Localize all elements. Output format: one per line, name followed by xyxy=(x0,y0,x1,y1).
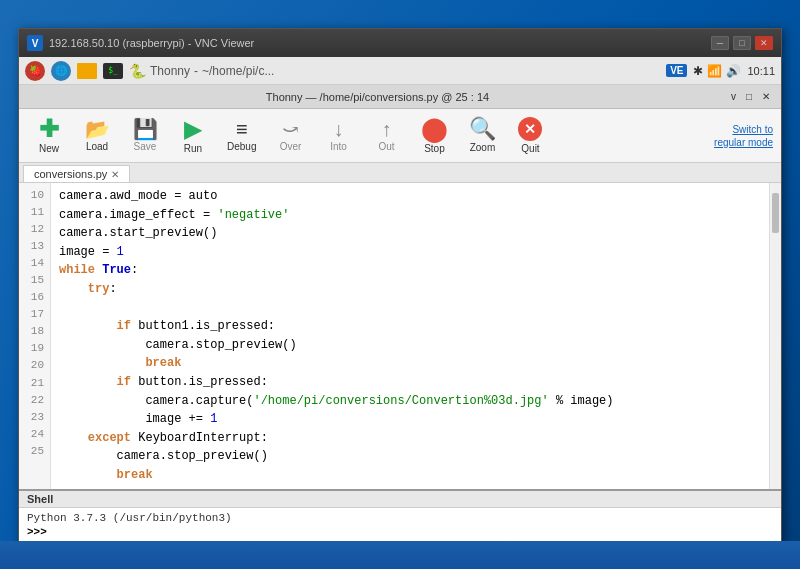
debug-button[interactable]: ≡ Debug xyxy=(219,115,264,156)
editor-scrollbar[interactable] xyxy=(769,183,781,489)
volume-icon: 🔊 xyxy=(726,64,741,78)
thonny-taskbar-item[interactable]: 🐍 Thonny - ~/home/pi/c... xyxy=(129,63,274,79)
vnc-maximize-button[interactable]: □ xyxy=(733,36,751,50)
shell-python-version: Python 3.7.3 (/usr/bin/python3) xyxy=(27,512,773,524)
run-label: Run xyxy=(184,143,202,154)
vnc-minimize-button[interactable]: ─ xyxy=(711,36,729,50)
system-clock: 10:11 xyxy=(747,65,775,77)
thonny-inner-titlebar: Thonny — /home/pi/conversions.py @ 25 : … xyxy=(19,85,781,109)
editor-area: conversions.py ✕ 10 11 12 13 14 15 16 17 xyxy=(19,163,781,489)
save-button[interactable]: 💾 Save xyxy=(123,115,167,156)
vnc-window-title: 192.168.50.10 (raspberrypi) - VNC Viewer xyxy=(49,37,711,49)
vnc-close-button[interactable]: ✕ xyxy=(755,36,773,50)
out-icon: ↑ xyxy=(381,119,391,139)
stop-label: Stop xyxy=(424,143,445,154)
wifi-icon: 📶 xyxy=(707,64,722,78)
editor-tab-bar: conversions.py ✕ xyxy=(19,163,781,183)
quit-icon: ✕ xyxy=(518,117,542,141)
code-editor: 10 11 12 13 14 15 16 17 18 19 20 21 22 2… xyxy=(19,183,781,489)
quit-label: Quit xyxy=(521,143,539,154)
system-menubar: 🍓 🌐 $_ 🐍 Thonny - ~/home/pi/c... VE ✱ xyxy=(19,57,781,85)
terminal-icon[interactable]: $_ xyxy=(103,63,123,79)
stop-button[interactable]: ⬤ Stop xyxy=(412,113,456,158)
over-icon: ⤻ xyxy=(282,119,299,139)
thonny-toolbar: ✚ New 📂 Load 💾 Save ▶ Run ≡ Debu xyxy=(19,109,781,163)
taskbar xyxy=(0,541,800,569)
thonny-window-controls: v □ ✕ xyxy=(728,91,773,102)
out-button[interactable]: ↑ Out xyxy=(364,115,408,156)
line-numbers: 10 11 12 13 14 15 16 17 18 19 20 21 22 2… xyxy=(19,183,51,489)
thonny-window: 🍓 🌐 $_ 🐍 Thonny - ~/home/pi/c... VE ✱ xyxy=(19,57,781,569)
editor-tab-conversions[interactable]: conversions.py ✕ xyxy=(23,165,130,182)
scrollbar-thumb[interactable] xyxy=(772,193,779,233)
quit-button[interactable]: ✕ Quit xyxy=(508,113,552,158)
thonny-close-button[interactable]: ✕ xyxy=(759,91,773,102)
vnc-titlebar: V 192.168.50.10 (raspberrypi) - VNC View… xyxy=(19,29,781,57)
vnc-window-controls: ─ □ ✕ xyxy=(711,36,773,50)
file-manager-icon[interactable] xyxy=(77,63,97,79)
vnc-logo-icon: V xyxy=(27,35,43,51)
run-button[interactable]: ▶ Run xyxy=(171,113,215,158)
over-label: Over xyxy=(280,141,302,152)
switch-mode-link[interactable]: Switch to regular mode xyxy=(713,123,773,149)
debug-icon: ≡ xyxy=(236,119,248,139)
zoom-label: Zoom xyxy=(470,142,496,153)
load-icon: 📂 xyxy=(85,119,110,139)
save-label: Save xyxy=(134,141,157,152)
debug-label: Debug xyxy=(227,141,256,152)
taskbar-right: VE ✱ 📶 🔊 10:11 xyxy=(666,64,775,78)
ve-badge: VE xyxy=(666,64,687,77)
into-button[interactable]: ↓ Into xyxy=(316,115,360,156)
tab-filename: conversions.py xyxy=(34,168,107,180)
new-icon: ✚ xyxy=(39,117,59,141)
new-label: New xyxy=(39,143,59,154)
load-label: Load xyxy=(86,141,108,152)
bluetooth-icon: ✱ xyxy=(693,64,703,78)
over-button[interactable]: ⤻ Over xyxy=(268,115,312,156)
into-label: Into xyxy=(330,141,347,152)
desktop: V 192.168.50.10 (raspberrypi) - VNC View… xyxy=(0,0,800,569)
out-label: Out xyxy=(378,141,394,152)
into-icon: ↓ xyxy=(333,119,343,139)
shell-header: Shell xyxy=(19,491,781,508)
zoom-icon: 🔍 xyxy=(469,118,496,140)
system-tray-icons: ✱ 📶 🔊 xyxy=(693,64,741,78)
thonny-minimize-button[interactable]: v xyxy=(728,91,739,102)
browser-icon[interactable]: 🌐 xyxy=(51,61,71,81)
shell-prompt[interactable]: >>> xyxy=(27,526,773,538)
code-content[interactable]: camera.awd_mode = auto camera.image_effe… xyxy=(51,183,769,489)
new-button[interactable]: ✚ New xyxy=(27,113,71,158)
load-button[interactable]: 📂 Load xyxy=(75,115,119,156)
save-icon: 💾 xyxy=(133,119,158,139)
thonny-maximize-button[interactable]: □ xyxy=(743,91,755,102)
zoom-button[interactable]: 🔍 Zoom xyxy=(460,114,504,157)
stop-icon: ⬤ xyxy=(421,117,448,141)
run-icon: ▶ xyxy=(184,117,202,141)
raspberry-pi-icon[interactable]: 🍓 xyxy=(25,61,45,81)
vnc-window: V 192.168.50.10 (raspberrypi) - VNC View… xyxy=(18,28,782,558)
tab-close-button[interactable]: ✕ xyxy=(111,169,119,180)
thonny-window-title: Thonny — /home/pi/conversions.py @ 25 : … xyxy=(27,91,728,103)
